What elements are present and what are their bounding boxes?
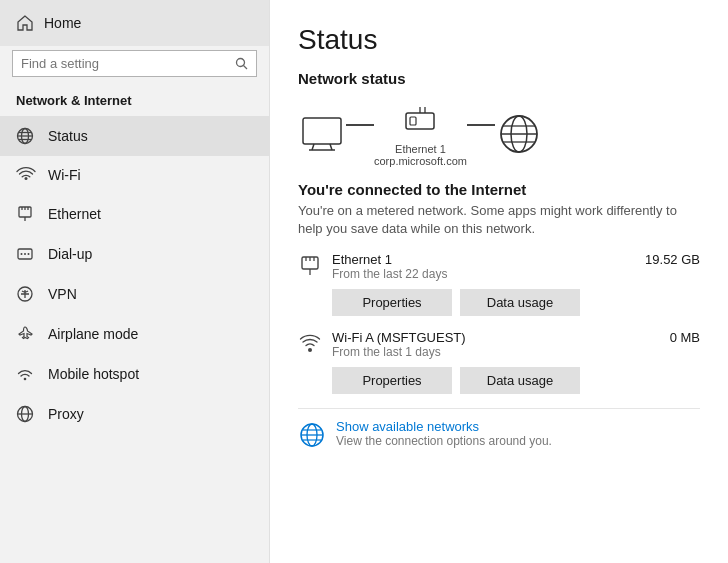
show-networks-info: Show available networks View the connect… <box>336 419 552 448</box>
wifi-properties-button[interactable]: Properties <box>332 367 452 394</box>
wifi-network-icon <box>298 332 322 354</box>
svg-point-15 <box>28 253 30 255</box>
ethernet1-properties-button[interactable]: Properties <box>332 289 452 316</box>
sidebar-item-proxy[interactable]: Proxy <box>0 394 269 434</box>
ethernet1-icon <box>298 254 322 278</box>
svg-point-13 <box>21 253 23 255</box>
svg-point-17 <box>24 378 27 381</box>
wifi-item: Wi-Fi A (MSFTGUEST) From the last 1 days… <box>298 330 700 394</box>
wifi-name: Wi-Fi A (MSFTGUEST) <box>332 330 660 345</box>
router-icon <box>396 101 444 141</box>
diagram-line2 <box>467 124 495 126</box>
sidebar-item-dialup-label: Dial-up <box>48 246 92 262</box>
wifi-data: 0 MB <box>670 330 700 345</box>
sidebar-item-ethernet-label: Ethernet <box>48 206 101 222</box>
sidebar-item-hotspot-label: Mobile hotspot <box>48 366 139 382</box>
svg-point-14 <box>24 253 26 255</box>
pc-icon <box>298 114 346 154</box>
proxy-icon <box>16 405 36 423</box>
divider <box>298 408 700 409</box>
wifi-buttons: Properties Data usage <box>332 367 700 394</box>
network-diagram: Ethernet 1 corp.microsoft.com <box>298 101 700 167</box>
sidebar-item-vpn[interactable]: VPN <box>0 274 269 314</box>
show-networks-title[interactable]: Show available networks <box>336 419 552 434</box>
sidebar-home-button[interactable]: Home <box>0 0 269 46</box>
vpn-icon <box>16 285 36 303</box>
connected-title: You're connected to the Internet <box>298 181 700 198</box>
network-status-heading: Network status <box>298 70 700 87</box>
search-box[interactable] <box>12 50 257 77</box>
hotspot-icon <box>16 365 36 383</box>
globe-icon <box>16 127 36 145</box>
show-available-networks-button[interactable]: Show available networks View the connect… <box>298 419 700 449</box>
wifi-data-usage-button[interactable]: Data usage <box>460 367 580 394</box>
sidebar-item-status-label: Status <box>48 128 88 144</box>
svg-line-22 <box>312 144 314 150</box>
airplane-icon <box>16 325 36 343</box>
svg-point-39 <box>308 348 312 352</box>
sidebar-item-airplane[interactable]: Airplane mode <box>0 314 269 354</box>
internet-globe-icon <box>495 114 543 154</box>
page-title: Status <box>298 24 700 56</box>
ethernet1-sub: From the last 22 days <box>332 267 635 281</box>
sidebar-item-airplane-label: Airplane mode <box>48 326 138 342</box>
sidebar-item-status[interactable]: Status <box>0 116 269 156</box>
wifi-info: Wi-Fi A (MSFTGUEST) From the last 1 days <box>332 330 660 359</box>
sidebar-item-hotspot[interactable]: Mobile hotspot <box>0 354 269 394</box>
dialup-icon <box>16 245 36 263</box>
wifi-header: Wi-Fi A (MSFTGUEST) From the last 1 days… <box>298 330 700 359</box>
ethernet1-info: Ethernet 1 From the last 22 days <box>332 252 635 281</box>
diagram-router-label: Ethernet 1 corp.microsoft.com <box>374 143 467 167</box>
sidebar-item-proxy-label: Proxy <box>48 406 84 422</box>
connected-sub: You're on a metered network. Some apps m… <box>298 202 698 238</box>
svg-rect-21 <box>303 118 341 144</box>
sidebar-item-vpn-label: VPN <box>48 286 77 302</box>
sidebar: Home Network & Internet Status <box>0 0 270 563</box>
diagram-globe-node <box>495 114 543 154</box>
wifi-sub: From the last 1 days <box>332 345 660 359</box>
show-networks-sub: View the connection options around you. <box>336 434 552 448</box>
wifi-icon <box>16 167 36 183</box>
sidebar-item-wifi-label: Wi-Fi <box>48 167 81 183</box>
diagram-pc-node <box>298 114 346 154</box>
ethernet1-data-usage-button[interactable]: Data usage <box>460 289 580 316</box>
svg-point-0 <box>237 59 245 67</box>
ethernet1-item: Ethernet 1 From the last 22 days 19.52 G… <box>298 252 700 316</box>
search-input[interactable] <box>21 56 229 71</box>
ethernet1-header: Ethernet 1 From the last 22 days 19.52 G… <box>298 252 700 281</box>
home-icon <box>16 14 34 32</box>
sidebar-item-dialup[interactable]: Dial-up <box>0 234 269 274</box>
svg-rect-26 <box>410 117 416 125</box>
ethernet1-data: 19.52 GB <box>645 252 700 267</box>
ethernet-icon <box>16 205 36 223</box>
diagram-line1 <box>346 124 374 126</box>
diagram-router-node: Ethernet 1 corp.microsoft.com <box>374 101 467 167</box>
sidebar-item-wifi[interactable]: Wi-Fi <box>0 156 269 194</box>
svg-line-1 <box>244 66 248 70</box>
search-icon <box>235 57 248 70</box>
sidebar-home-label: Home <box>44 15 81 31</box>
main-content: Status Network status <box>270 0 728 563</box>
svg-line-23 <box>330 144 332 150</box>
sidebar-item-ethernet[interactable]: Ethernet <box>0 194 269 234</box>
ethernet1-buttons: Properties Data usage <box>332 289 700 316</box>
ethernet1-name: Ethernet 1 <box>332 252 635 267</box>
show-networks-icon <box>298 421 326 449</box>
sidebar-section-title: Network & Internet <box>0 87 269 116</box>
